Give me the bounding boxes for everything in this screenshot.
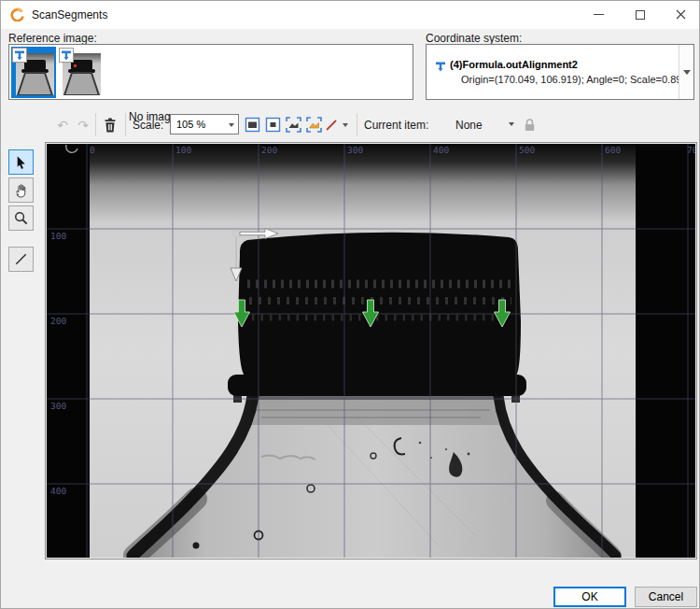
svg-text:200: 200 xyxy=(261,145,277,155)
current-item-value: None xyxy=(455,119,483,132)
redo-icon: ↷ xyxy=(77,118,89,133)
window-title: ScanSegments xyxy=(32,8,107,21)
current-item-dropdown[interactable]: None xyxy=(440,114,522,135)
alignment-icon xyxy=(13,49,26,62)
svg-text:100: 100 xyxy=(175,145,191,155)
select-tool-button[interactable] xyxy=(8,149,34,175)
toolbar-separator xyxy=(95,113,96,136)
svg-text:0: 0 xyxy=(90,145,95,155)
coordinate-system-badge xyxy=(12,48,27,63)
svg-text:400: 400 xyxy=(433,145,449,155)
cancel-button[interactable]: Cancel xyxy=(635,587,697,607)
pan-tool-button[interactable] xyxy=(8,177,34,203)
delete-button[interactable] xyxy=(100,114,120,135)
zoom-fit-region-icon xyxy=(285,116,302,134)
svg-text:200: 200 xyxy=(50,316,66,326)
minimize-icon xyxy=(594,14,604,15)
line-color-button[interactable] xyxy=(323,114,339,135)
zoom-fit-image-button[interactable] xyxy=(242,114,262,135)
coordinate-name: (4)Formula.outAlignment2 xyxy=(450,59,578,70)
line-tool-button[interactable] xyxy=(8,247,34,272)
alignment-icon xyxy=(434,60,447,73)
chevron-down-icon xyxy=(343,123,348,127)
chevron-down-icon xyxy=(509,122,514,126)
coordinate-system-label: Coordinate system: xyxy=(426,32,522,45)
svg-text:300: 300 xyxy=(347,145,363,155)
reference-thumbnail-1[interactable] xyxy=(11,47,56,98)
zoom-original-button[interactable] xyxy=(262,114,283,135)
coordinate-dropdown-button[interactable] xyxy=(679,45,693,99)
maximize-icon xyxy=(636,10,645,20)
scale-combobox[interactable]: 105 % xyxy=(170,114,239,135)
undo-button[interactable]: ↶ xyxy=(52,114,73,135)
alignment-icon xyxy=(60,49,73,62)
coordinate-details: Origin=(170.049, 106.919); Angle=0; Scal… xyxy=(461,74,688,85)
coordinate-system-badge xyxy=(59,48,74,63)
zoom-original-icon xyxy=(264,116,282,134)
svg-text:400: 400 xyxy=(50,486,66,496)
diagonal-line-icon xyxy=(324,118,339,133)
zoom-fit-region-button[interactable] xyxy=(283,114,303,135)
close-button[interactable] xyxy=(660,1,700,28)
reference-thumbnail-2[interactable] xyxy=(58,47,103,98)
maximize-button[interactable] xyxy=(620,1,661,28)
trash-icon xyxy=(104,118,117,133)
ok-button[interactable]: OK xyxy=(553,587,626,607)
undo-icon: ↶ xyxy=(57,118,68,133)
svg-text:300: 300 xyxy=(50,401,66,411)
lock-button[interactable] xyxy=(519,114,539,135)
cursor-arrow-icon xyxy=(13,154,29,170)
line-icon xyxy=(13,251,29,267)
ok-button-label: OK xyxy=(581,590,597,603)
title-bar: ScanSegments xyxy=(1,1,699,29)
magnifier-icon xyxy=(13,210,29,226)
svg-text:500: 500 xyxy=(519,145,535,155)
svg-text:700: 700 xyxy=(687,145,695,155)
chevron-down-icon xyxy=(229,123,234,127)
minimize-button[interactable] xyxy=(578,1,619,28)
hand-icon xyxy=(13,182,29,198)
current-item-label: Current item: xyxy=(364,119,428,132)
scale-value: 105 % xyxy=(176,119,205,130)
bottle-preview-image: 0 100 200 300 400 500 600 700 100 200 30… xyxy=(47,144,695,558)
zoom-fit-selection-icon xyxy=(305,116,323,134)
svg-text:600: 600 xyxy=(605,145,621,155)
app-icon xyxy=(10,7,24,21)
chevron-down-icon xyxy=(683,70,691,75)
scan-segments-dialog: ScanSegments Reference image: xyxy=(0,0,700,609)
close-icon xyxy=(676,9,686,20)
toolbar-separator xyxy=(125,113,126,136)
redo-button[interactable]: ↷ xyxy=(73,114,93,135)
coordinate-system-combobox[interactable]: (4)Formula.outAlignment2 Origin=(170.049… xyxy=(426,44,694,100)
zoom-tool-button[interactable] xyxy=(8,205,34,231)
zoom-fit-selection-button[interactable] xyxy=(303,114,324,135)
lock-icon xyxy=(524,118,536,132)
toolbar-separator xyxy=(357,113,357,136)
cancel-button-label: Cancel xyxy=(649,590,683,603)
image-canvas[interactable]: 0 100 200 300 400 500 600 700 100 200 30… xyxy=(45,142,697,559)
reference-image-list: No image xyxy=(8,44,413,100)
right-black-bar xyxy=(636,144,695,558)
line-color-dropdown[interactable] xyxy=(339,114,352,135)
zoom-fit-image-icon xyxy=(244,116,261,134)
reference-image-label: Reference image: xyxy=(8,32,97,45)
svg-text:100: 100 xyxy=(50,231,66,241)
scale-label: Scale: xyxy=(133,119,163,132)
